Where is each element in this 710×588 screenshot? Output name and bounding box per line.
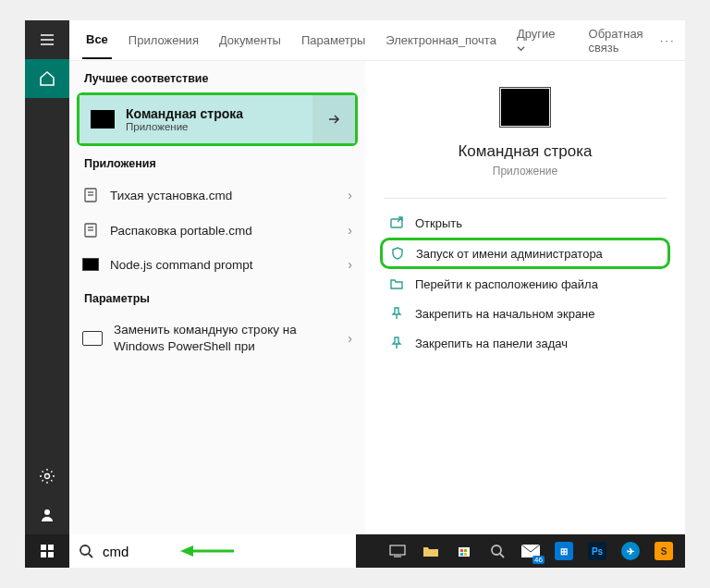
photoshop-button[interactable]: Ps (581, 534, 613, 568)
svg-point-4 (44, 509, 50, 515)
svg-line-28 (500, 554, 504, 557)
sublime-button[interactable]: S (648, 534, 679, 568)
app-button[interactable]: ⊞ (548, 534, 580, 568)
svg-rect-25 (460, 553, 463, 556)
pin-icon (389, 306, 404, 321)
preview-app-icon (499, 87, 551, 128)
search-tabs: Все Приложения Документы Параметры Элект… (69, 20, 685, 61)
settings-button[interactable] (25, 457, 69, 496)
svg-marker-19 (180, 545, 193, 557)
top-result[interactable]: Командная строка Приложение (80, 95, 312, 143)
cmd-icon (91, 110, 115, 129)
folder-icon (389, 276, 404, 291)
parameters-header: Параметры (69, 281, 365, 312)
magnifier-button[interactable] (482, 534, 513, 568)
chevron-right-icon: › (348, 257, 352, 272)
chevron-right-icon: › (348, 188, 352, 202)
svg-rect-24 (464, 549, 467, 552)
telegram-button[interactable]: ✈ (615, 534, 646, 568)
search-query: cmd (103, 544, 129, 559)
sidebar (25, 20, 69, 534)
explorer-button[interactable] (415, 534, 447, 568)
svg-line-17 (89, 554, 92, 557)
settings-item-icon (82, 331, 103, 346)
action-run-as-admin[interactable]: Запуск от имени администратора (380, 238, 670, 269)
document-icon (82, 222, 99, 239)
tab-all[interactable]: Все (82, 21, 112, 59)
store-button[interactable] (448, 534, 480, 568)
shield-icon (390, 246, 405, 261)
mail-badge: 46 (532, 556, 545, 564)
svg-point-3 (45, 474, 50, 479)
tab-documents[interactable]: Документы (215, 22, 285, 58)
taskbar: cmd 46 ⊞ Ps ✈ S (25, 534, 685, 568)
start-button[interactable] (25, 534, 69, 568)
tab-apps[interactable]: Приложения (125, 22, 202, 58)
pin-icon (389, 336, 404, 350)
top-result-highlight: Командная строка Приложение (77, 92, 358, 146)
svg-rect-23 (460, 549, 463, 552)
result-item[interactable]: Тихая установка.cmd › (69, 178, 365, 213)
result-item[interactable]: Node.js command prompt › (69, 248, 365, 281)
taskbar-apps: 46 ⊞ Ps ✈ S (382, 534, 685, 568)
preview-panel: Командная строка Приложение Открыть Запу… (365, 61, 685, 534)
action-pin-taskbar[interactable]: Закрепить на панели задач (384, 328, 667, 358)
chevron-right-icon: › (348, 331, 352, 346)
feedback-link[interactable]: Обратная связь (585, 16, 647, 66)
search-icon (79, 544, 93, 558)
tab-email[interactable]: Электронная_почта (382, 22, 500, 58)
tab-parameters[interactable]: Параметры (298, 22, 369, 58)
action-open-location[interactable]: Перейти к расположению файла (384, 269, 667, 299)
applications-header: Приложения (69, 146, 365, 178)
top-result-subtitle: Приложение (126, 121, 243, 132)
mail-button[interactable]: 46 (515, 534, 546, 568)
tab-other[interactable]: Другие (513, 16, 559, 66)
svg-rect-13 (48, 545, 54, 550)
annotation-arrow-icon (180, 542, 236, 560)
action-pin-start[interactable]: Закрепить на начальном экране (384, 299, 667, 328)
result-item[interactable]: Распаковка portable.cmd › (69, 213, 365, 248)
preview-subtitle: Приложение (384, 165, 667, 178)
result-item[interactable]: Заменить командную строку на Windows Pow… (69, 312, 365, 363)
svg-rect-15 (48, 552, 54, 557)
results-panel: Лучшее соответствие Командная строка При… (69, 61, 365, 534)
svg-rect-26 (464, 553, 467, 556)
search-input[interactable]: cmd (69, 534, 356, 568)
preview-title: Командная строка (384, 142, 667, 161)
svg-rect-14 (41, 552, 46, 557)
chevron-right-icon: › (348, 223, 352, 238)
divider (384, 198, 667, 199)
best-match-header: Лучшее соответствие (69, 61, 365, 92)
expand-arrow-button[interactable] (312, 95, 355, 143)
svg-rect-12 (41, 545, 46, 550)
home-button[interactable] (25, 59, 69, 98)
cmd-icon (82, 258, 99, 271)
open-icon (389, 215, 404, 230)
hamburger-button[interactable] (25, 20, 69, 59)
more-options-button[interactable]: ··· (660, 33, 676, 47)
svg-rect-20 (390, 545, 405, 555)
top-result-title: Командная строка (126, 106, 243, 121)
action-open[interactable]: Открыть (384, 208, 667, 238)
document-icon (82, 187, 99, 203)
taskview-button[interactable] (382, 534, 413, 568)
svg-point-27 (492, 545, 501, 555)
svg-point-16 (80, 545, 90, 555)
account-button[interactable] (25, 496, 69, 534)
svg-rect-11 (391, 219, 402, 227)
